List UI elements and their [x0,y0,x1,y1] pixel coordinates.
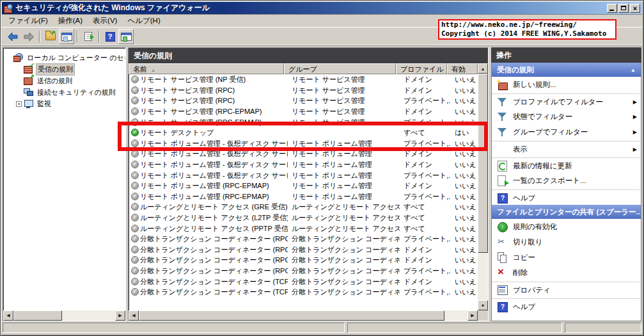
rule-row[interactable]: 分散トランザクション コーディネーター (RPC-EP... 分散トランザクショ… [129,255,478,266]
menu-item[interactable]: ファイル(F) [3,15,53,27]
collapse-icon[interactable]: ▲ [631,67,636,73]
action-pane-button[interactable] [118,29,134,44]
tree-item[interactable]: 受信の規則 [3,63,125,75]
action-item[interactable]: プロパティ [492,282,641,297]
rule-row[interactable]: リモート サービス管理 (RPC) リモート サービス管理 ドメイン いいえ [129,85,478,96]
action-item[interactable]: 一覧のエクスポート... [492,173,641,188]
expander-icon[interactable]: + [16,101,22,107]
rule-profile: ドメイン [400,148,451,159]
rule-enabled: いいえ [451,85,478,95]
maximize-button[interactable] [618,4,629,13]
action-item-label: 一覧のエクスポート... [513,176,586,186]
list-vertical-scrollbar[interactable]: ▲ ▼ [478,63,488,310]
rule-row[interactable]: リモート ボリューム管理 (RPC-EPMAP) リモート ボリューム管理 ドメ… [129,180,478,191]
tree-item[interactable]: + 監視 [3,98,125,109]
scroll-right-icon[interactable]: ▶ [467,310,478,321]
scroll-up-icon[interactable]: ▲ [478,63,488,74]
rule-row[interactable]: リモート ボリューム管理 - 仮想ディスク サービス... リモート ボリューム… [129,148,478,159]
column-header-profile[interactable]: プロファイル [396,63,447,74]
scrollbar-thumb[interactable] [13,310,62,321]
rule-row[interactable]: リモート ボリューム管理 - 仮想ディスク サービス... リモート ボリューム… [129,159,478,170]
rule-enabled: いいえ [451,212,478,223]
column-header-enabled[interactable]: 有効 [447,63,478,74]
action-item[interactable]: 切り取り [492,234,641,250]
action-item[interactable]: 表示 [492,141,641,156]
back-button[interactable] [5,29,20,44]
action-item-label: ヘルプ [513,193,535,203]
rule-row[interactable]: リモート サービス管理 (RPC-EPMAP) リモート サービス管理 ドメイン… [129,106,478,117]
console-window-button[interactable] [59,29,74,44]
rule-row[interactable]: ルーティングとリモート アクセス (GRE 受信) ルーティングとリモート アク… [129,202,478,212]
rule-state-icon [131,203,139,211]
rule-name: 分散トランザクション コーディネーター (RPC-EP... [140,255,288,265]
forward-icon [23,32,35,42]
action-item-label: 新しい規則... [513,80,556,90]
export-list-button[interactable] [81,29,96,44]
scroll-left-icon[interactable]: ◀ [3,310,13,321]
action-item[interactable]: コピー [492,250,641,265]
action-item[interactable]: 削除 [492,265,641,280]
column-header-name[interactable]: 名前▲ [129,63,284,74]
rule-row[interactable]: 分散トランザクション コーディネーター (RPC) 分散トランザクション コーデ… [129,234,478,244]
scroll-down-icon[interactable]: ▼ [478,300,488,310]
rule-row[interactable]: リモート デスクトップ すべて はい [129,127,478,138]
action-item[interactable]: ヘルプ [492,298,641,314]
menu-item[interactable]: ヘルプ(H) [122,15,165,27]
scroll-left-icon[interactable]: ◀ [129,310,139,321]
action-item[interactable]: 新しい規則... [492,77,641,92]
action-item[interactable]: 規則の有効化 [492,219,641,234]
rule-row[interactable]: 分散トランザクション コーディネーター (RPC-EP... 分散トランザクショ… [129,266,478,276]
scrollbar-thumb[interactable] [139,310,444,321]
help-button[interactable]: ? [102,29,118,44]
action-section-header-inbound-rules[interactable]: 受信の規則 ▲ [492,63,641,77]
action-item[interactable]: ヘルプ [492,189,641,205]
rule-state-icon [131,118,139,126]
close-button[interactable]: × [630,4,640,13]
action-item-label: 表示 [513,145,528,154]
rule-enabled: いいえ [451,266,478,276]
outbound-rules-icon [24,76,33,85]
action-item[interactable]: プロファイルでフィルター [492,93,641,109]
rule-row[interactable]: 分散トランザクション コーディネーター (TCP 受... 分散トランザクション… [129,276,478,287]
action-item-label: 最新の情報に更新 [513,161,572,171]
action-section-header-selected-rule[interactable]: ファイルとプリンターの共有 (スプーラー... ▲ [492,205,641,219]
rule-group: リモート ボリューム管理 [288,138,400,148]
rule-profile: ドメイン [400,85,451,95]
url-annotation-box: http://www.neko.ne.jp/~freewing/ Copyrig… [438,19,617,40]
rule-row[interactable]: リモート サービス管理 (NP 受信) リモート サービス管理 ドメイン いいえ [129,74,478,85]
rule-enabled: いいえ [451,255,478,265]
tree-item-label: 送信の規則 [36,76,74,86]
rule-row[interactable]: ルーティングとリモート アクセス (L2TP 受信) ルーティングとリモート ア… [129,212,478,223]
minimize-button[interactable] [607,4,617,13]
rule-group: 分散トランザクション コーディネー... [288,255,400,265]
rule-enabled: いいえ [451,148,478,159]
menu-item[interactable]: 表示(V) [88,15,122,27]
scroll-right-icon[interactable]: ▶ [115,310,125,321]
show-console-tree-button[interactable] [43,29,58,44]
rule-row[interactable]: リモート ボリューム管理 - 仮想ディスク サービス... リモート ボリューム… [129,170,478,180]
rule-enabled: はい [451,127,478,138]
rule-row[interactable]: リモート サービス管理 (RPC-EPMAP) リモート サービス管理 プライベ… [129,116,478,127]
rule-name: 分散トランザクション コーディネーター (RPC) [140,244,288,255]
rule-profile: ドメイン [400,276,451,287]
menu-item[interactable]: 操作(A) [53,15,88,27]
forward-button[interactable] [21,29,36,44]
rule-row[interactable]: 分散トランザクション コーディネーター (RPC) 分散トランザクション コーデ… [129,244,478,255]
scrollbar-thumb[interactable] [478,74,488,253]
action-item[interactable]: 最新の情報に更新 [492,157,641,173]
list-horizontal-scrollbar[interactable]: ◀ ▶ [129,310,478,321]
column-header-group[interactable]: グループ [284,63,396,74]
action-item[interactable]: 状態でフィルター [492,109,641,124]
rule-row[interactable]: 分散トランザクション コーディネーター (TCP 受... 分散トランザクション… [129,287,478,298]
tree-item[interactable]: 送信の規則 [3,75,125,86]
tree-horizontal-scrollbar[interactable]: ◀ ▶ [3,310,125,321]
rule-row[interactable]: リモート サービス管理 (RPC) リモート サービス管理 プライベート,...… [129,95,478,106]
action-item[interactable]: グループでフィルター [492,124,641,140]
rule-row[interactable]: リモート ボリューム管理 (RPC-EPMAP) リモート ボリューム管理 プラ… [129,191,478,202]
tree-item[interactable]: ローカル コンピューター のセキュリテ [3,52,125,63]
rule-row[interactable]: リモート ボリューム管理 - 仮想ディスク サービス... リモート ボリューム… [129,138,478,149]
rule-row[interactable]: ルーティングとリモート アクセス (PPTP 受信) ルーティングとリモート ア… [129,223,478,234]
titlebar[interactable]: セキュリティが強化された Windows ファイアウォール × [2,2,642,14]
tree-item[interactable]: 接続セキュリティの規則 [3,86,125,98]
rule-group: リモート ボリューム管理 [288,180,400,191]
